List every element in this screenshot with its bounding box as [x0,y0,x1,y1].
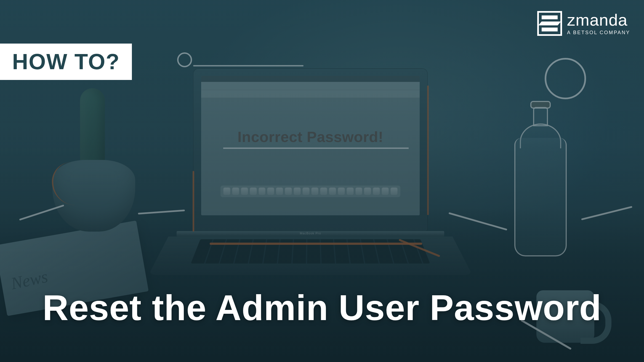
laptop-screen: Incorrect Password! [201,76,420,215]
browser-tabbar [201,82,420,90]
accent-stroke [427,85,429,215]
laptop-lid: Incorrect Password! [193,68,428,231]
brand-tagline: A BETSOL COMPANY [567,30,630,35]
sketch-circle-icon [545,58,586,99]
laptop-hinge: MacBook Pro [177,231,444,237]
browser-urlbar [201,90,420,98]
laptop-base [149,237,472,275]
hero-graphic: News Incorrect Password! MacBook Pro [0,0,644,362]
accent-stroke [210,243,422,245]
bottle-body [514,138,567,256]
howto-badge: HOW TO? [0,44,132,80]
plant-pot [52,160,135,232]
sketch-circle-icon [177,52,192,67]
brand-name: zmanda [567,12,630,28]
sketch-line-icon [193,65,304,66]
brand-logo: zmanda A BETSOL COMPANY [537,11,630,36]
headline-text: Reset the Admin User Password [0,289,644,326]
laptop-model-label: MacBook Pro [177,232,444,235]
cactus-plant [80,88,105,171]
macos-menubar [201,76,420,82]
zmanda-mark-icon [537,11,562,36]
accent-stroke [193,171,194,232]
howto-label: HOW TO? [12,49,120,74]
screen-underline [223,148,409,149]
screen-error-message: Incorrect Password! [201,128,420,145]
laptop: Incorrect Password! MacBook Pro [193,68,428,300]
macos-dock [220,186,400,197]
water-bottle [514,102,567,256]
